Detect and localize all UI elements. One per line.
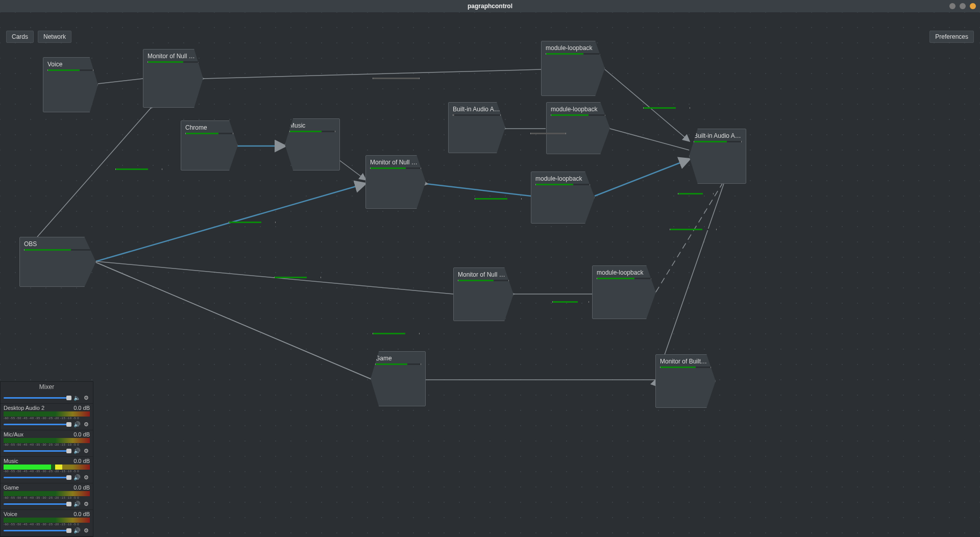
node-voice[interactable]: Voice [43,57,98,112]
node-label: module-loopback [535,175,584,182]
node-loopback-4[interactable]: module-loopback [592,265,656,319]
edge [98,79,143,84]
meter-ticks: -60 -55 -50 -45 -40 -35 -30 -25 -20 -15 … [4,496,90,499]
node-music[interactable]: Music [285,118,340,170]
channel-db: 0.0 dB [74,511,90,517]
node-label: Game [375,355,421,362]
channel-name: Music [4,458,18,464]
node-chrome[interactable]: Chrome [181,120,238,170]
volume-indicator [148,61,199,63]
volume-slider[interactable] [4,424,71,425]
volume-indicator [24,249,91,251]
mixer-channel-mic-aux: Mic/Aux0.0 dB-60 -55 -50 -45 -40 -35 -30… [1,430,93,457]
node-builtin-analog-in[interactable]: Built-in Audio An… [448,102,505,153]
channel-db: 0.0 dB [74,484,90,491]
edge [96,262,373,380]
volume-indicator [185,133,233,134]
connection-volume-indicator [274,277,321,278]
gear-icon[interactable]: ⚙ [83,500,90,507]
mixer-channel-game: Game0.0 dB-60 -55 -50 -45 -40 -35 -30 -2… [1,483,93,510]
network-button[interactable]: Network [38,31,71,43]
node-label: module-loopback [597,269,645,276]
node-loopback-1[interactable]: module-loopback [541,41,605,96]
volume-indicator [289,131,335,132]
node-label: Monitor of Null O… [370,159,419,166]
volume-indicator [370,167,421,169]
volume-indicator [453,114,501,116]
node-loopback-2[interactable]: module-loopback [546,102,610,154]
slider-knob[interactable] [66,396,71,400]
edge [426,184,531,196]
node-loopback-3[interactable]: module-loopback [531,172,595,224]
node-obs[interactable]: OBS [19,237,96,287]
slider-knob[interactable] [66,449,71,453]
node-label: OBS [24,240,72,248]
volume-indicator [597,278,651,279]
graph-canvas[interactable]: Cards Network Preferences VoiceMonitor o… [0,12,980,537]
gear-icon[interactable]: ⚙ [83,447,90,454]
close-icon[interactable] [970,3,976,9]
mixer-channel-music: Music0.0 dB-60 -55 -50 -45 -40 -35 -30 -… [1,457,93,483]
node-monitor-builtin[interactable]: Monitor of Built-i… [655,354,716,408]
edge [37,108,151,237]
node-monitor-null-3[interactable]: Monitor of Null O… [453,267,513,321]
preferences-button[interactable]: Preferences [929,31,974,43]
volume-slider[interactable] [4,477,71,478]
volume-indicator [694,141,742,142]
slider-knob[interactable] [66,422,71,427]
node-label: Monitor of Built-i… [660,358,708,365]
slider-knob[interactable] [66,475,71,480]
speaker-icon[interactable]: 🔊 [74,500,81,507]
volume-indicator [546,53,600,55]
node-label: module-loopback [551,106,599,113]
mixer-title: Mixer [1,382,93,392]
connection-volume-indicator [670,229,717,230]
connection-volume-indicator [530,133,566,134]
connection-volume-indicator [643,107,690,109]
node-label: module-loopback [546,44,594,52]
edge [656,184,724,380]
meter-ticks: -60 -55 -50 -45 -40 -35 -30 -25 -20 -15 … [4,417,90,420]
volume-indicator [660,367,711,368]
volume-indicator [375,363,421,365]
speaker-icon[interactable]: 🔊 [74,474,81,481]
channel-name: Mic/Aux [4,431,23,437]
speaker-icon[interactable]: 🔊 [74,527,81,534]
edge [339,160,365,180]
speaker-icon[interactable]: 🔊 [74,447,81,454]
gear-icon[interactable]: ⚙ [83,421,90,428]
node-monitor-null-2[interactable]: Monitor of Null O… [365,155,426,209]
channel-db: 0.0 dB [74,405,90,411]
connection-volume-indicator [373,78,420,79]
node-game[interactable]: Game [371,351,426,406]
gear-icon[interactable]: ⚙ [83,394,90,401]
toolbar: Cards Network Preferences [0,28,980,46]
node-label: Chrome [185,124,233,131]
slider-knob[interactable] [66,528,71,533]
mute-icon[interactable]: 🔈 [74,394,81,401]
mixer-panel[interactable]: Mixer 🔈⚙Desktop Audio 20.0 dB-60 -55 -50… [0,381,93,537]
window-controls [949,3,976,9]
volume-slider[interactable] [4,397,71,399]
slider-knob[interactable] [66,502,71,506]
volume-slider[interactable] [4,450,71,452]
mixer-channel-ch0: 🔈⚙ [1,392,93,404]
volume-slider[interactable] [4,503,71,505]
volume-slider[interactable] [4,530,71,531]
maximize-icon[interactable] [960,3,966,9]
speaker-icon[interactable]: 🔊 [74,421,81,428]
gear-icon[interactable]: ⚙ [83,474,90,481]
connection-volume-indicator [373,333,420,334]
node-builtin-analog-out[interactable]: Built-in Audio An… [689,129,746,184]
volume-indicator [47,69,93,71]
node-monitor-null-1[interactable]: Monitor of Null O… [143,49,203,108]
volume-indicator [551,114,605,116]
channel-name: Desktop Audio 2 [4,405,44,411]
minimize-icon[interactable] [949,3,955,9]
edge [610,129,689,150]
cards-button[interactable]: Cards [6,31,34,43]
gear-icon[interactable]: ⚙ [83,527,90,534]
node-label: Built-in Audio An… [694,132,742,139]
channel-name: Game [4,484,19,491]
connection-volume-indicator [229,222,276,223]
